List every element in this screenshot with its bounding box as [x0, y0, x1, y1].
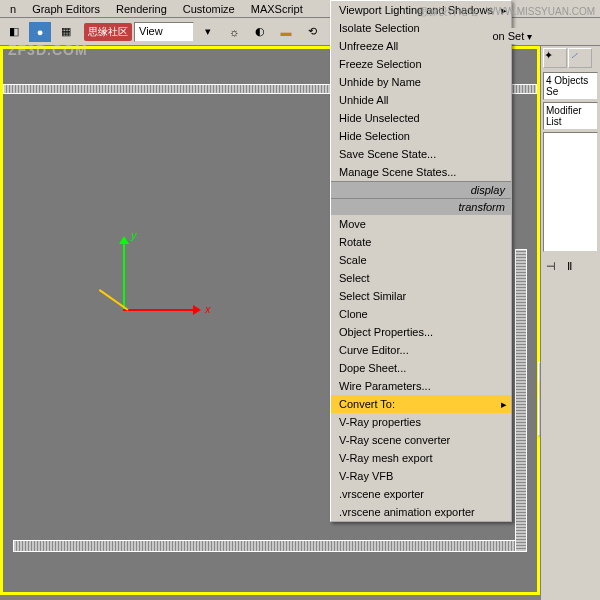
context-menu-item[interactable]: Hide Selection	[331, 127, 511, 145]
toolbar-button[interactable]: ▦	[54, 21, 78, 43]
toolbar-button[interactable]: ◧	[2, 21, 26, 43]
context-menu-item[interactable]: Rotate	[331, 233, 511, 251]
show-result-button[interactable]: Ⅱ	[561, 258, 577, 274]
context-menu-item[interactable]: Dope Sheet...	[331, 359, 511, 377]
view-dropdown[interactable]: View	[134, 22, 194, 42]
context-menu-item[interactable]: Unhide by Name	[331, 73, 511, 91]
context-menu-item[interactable]: Select Similar	[331, 287, 511, 305]
x-axis-label: x	[205, 303, 211, 315]
context-menu-item[interactable]: Unfreeze All	[331, 37, 511, 55]
context-menu-item[interactable]: Clone	[331, 305, 511, 323]
context-menu-item[interactable]: Wire Parameters...	[331, 377, 511, 395]
pin-stack-button[interactable]: ⊣	[543, 258, 559, 274]
context-menu-item[interactable]: Curve Editor...	[331, 341, 511, 359]
context-menu-item[interactable]: Manage Scene States...	[331, 163, 511, 181]
wireframe-geometry	[13, 540, 527, 552]
context-menu-item[interactable]: V-Ray VFB	[331, 467, 511, 485]
toolbar-button[interactable]: ●	[28, 21, 52, 43]
context-menu-item[interactable]: Convert To:	[331, 395, 511, 413]
modify-tab[interactable]: ⟋	[568, 48, 592, 68]
context-menu-item[interactable]: Object Properties...	[331, 323, 511, 341]
wireframe-geometry	[515, 249, 527, 552]
toolbar-button[interactable]: ☼	[222, 21, 246, 43]
menu-section-transform: transform	[331, 198, 511, 215]
selection-label: 4 Objects Se	[543, 72, 598, 100]
context-menu-item[interactable]: Scale	[331, 251, 511, 269]
context-menu-item[interactable]: Move	[331, 215, 511, 233]
toolbar-button[interactable]: ⟲	[300, 21, 324, 43]
context-menu-item[interactable]: V-Ray scene converter	[331, 431, 511, 449]
context-menu-item[interactable]: Hide Unselected	[331, 109, 511, 127]
context-menu-item[interactable]: Select	[331, 269, 511, 287]
y-axis-icon	[123, 239, 125, 309]
context-menu-item[interactable]: Unhide All	[331, 91, 511, 109]
modifier-list-dropdown[interactable]: Modifier List	[543, 102, 598, 130]
menu-maxscript[interactable]: MAXScript	[243, 1, 311, 17]
context-menu-item[interactable]: Isolate Selection	[331, 19, 511, 37]
watermark-text: ZF3D.COM	[8, 42, 88, 58]
badge: 思缘社区	[84, 23, 132, 41]
menu-section-display: display	[331, 181, 511, 198]
context-menu-item[interactable]: V-Ray properties	[331, 413, 511, 431]
toolbar-button[interactable]: ▬	[274, 21, 298, 43]
watermark-text: 思缘设计论坛 . WWW.MISSYUAN.COM	[418, 5, 595, 19]
selection-set-dropdown[interactable]: on Set ▾	[488, 28, 536, 44]
x-axis-icon	[123, 309, 198, 311]
context-menu-item[interactable]: V-Ray mesh export	[331, 449, 511, 467]
menu-rendering[interactable]: Rendering	[108, 1, 175, 17]
context-menu-item[interactable]: Save Scene State...	[331, 145, 511, 163]
menu-item[interactable]: n	[2, 1, 24, 17]
command-panel: ✦ ⟋ 4 Objects Se Modifier List ⊣ Ⅱ	[540, 46, 600, 600]
create-tab[interactable]: ✦	[543, 48, 567, 68]
context-menu-item[interactable]: .vrscene exporter	[331, 485, 511, 503]
modifier-stack[interactable]	[543, 132, 598, 252]
y-axis-label: y	[131, 229, 137, 241]
quad-context-menu: Viewport Lighting and ShadowsIsolate Sel…	[330, 0, 512, 522]
context-menu-item[interactable]: .vrscene animation exporter	[331, 503, 511, 521]
toolbar-button[interactable]: ▾	[196, 21, 220, 43]
toolbar-button[interactable]: ◐	[248, 21, 272, 43]
menu-graph-editors[interactable]: Graph Editors	[24, 1, 108, 17]
menu-customize[interactable]: Customize	[175, 1, 243, 17]
context-menu-item[interactable]: Freeze Selection	[331, 55, 511, 73]
